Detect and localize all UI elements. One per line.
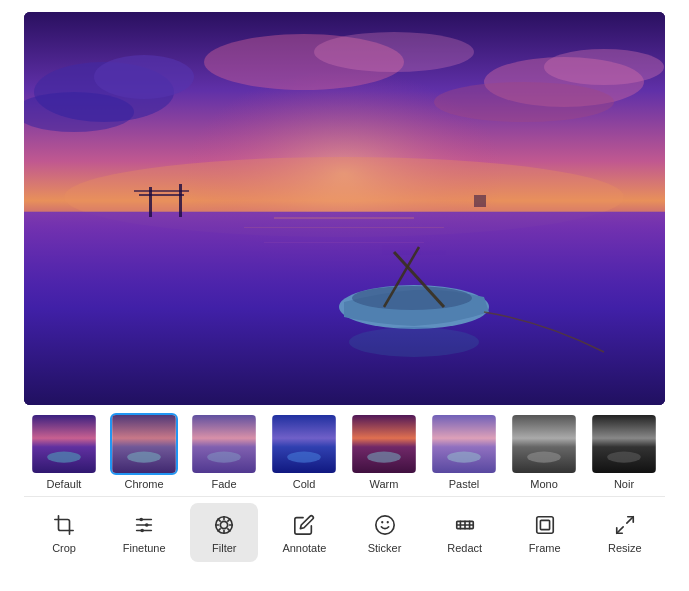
svg-rect-13 [274, 217, 414, 219]
filter-label-cold: Cold [293, 478, 316, 490]
filter-icon [210, 511, 238, 539]
svg-rect-26 [32, 415, 96, 473]
filter-item-fade[interactable]: Fade [184, 413, 264, 490]
filter-thumb-mono [510, 413, 578, 475]
main-image-canvas [24, 12, 665, 405]
filter-item-pastel[interactable]: Pastel [424, 413, 504, 490]
main-image-area [24, 12, 665, 405]
svg-line-60 [228, 519, 230, 521]
filter-thumb-pastel [430, 413, 498, 475]
svg-point-35 [367, 451, 401, 462]
filter-thumb-cold [270, 413, 338, 475]
svg-point-49 [140, 518, 144, 522]
toolbar-item-redact[interactable]: Redact [431, 503, 499, 562]
crop-label: Crop [52, 542, 76, 554]
svg-point-25 [349, 327, 479, 357]
app-container: Default Chrome [0, 0, 689, 591]
svg-rect-36 [432, 415, 496, 473]
svg-rect-20 [474, 195, 486, 207]
svg-rect-71 [540, 520, 549, 529]
svg-line-73 [617, 527, 623, 533]
toolbar-item-resize[interactable]: Resize [591, 503, 659, 562]
resize-label: Resize [608, 542, 642, 554]
svg-point-33 [287, 451, 321, 462]
svg-point-39 [527, 451, 561, 462]
toolbar-item-filter[interactable]: Filter [190, 503, 258, 562]
filter-label-pastel: Pastel [449, 478, 480, 490]
filter-label-warm: Warm [370, 478, 399, 490]
filter-label-fade: Fade [211, 478, 236, 490]
svg-line-58 [218, 519, 220, 521]
svg-point-37 [447, 451, 481, 462]
finetune-icon [130, 511, 158, 539]
filter-thumb-chrome [110, 413, 178, 475]
filter-thumb-default [30, 413, 98, 475]
filter-item-default[interactable]: Default [24, 413, 104, 490]
sticker-label: Sticker [368, 542, 402, 554]
svg-point-51 [140, 529, 144, 533]
toolbar-item-sticker[interactable]: Sticker [351, 503, 419, 562]
filter-item-mono[interactable]: Mono [504, 413, 584, 490]
svg-rect-32 [272, 415, 336, 473]
toolbar-item-finetune[interactable]: Finetune [110, 503, 178, 562]
filter-label-noir: Noir [614, 478, 634, 490]
svg-line-72 [627, 517, 633, 523]
svg-rect-30 [192, 415, 256, 473]
svg-point-29 [127, 451, 161, 462]
toolbar: Crop Finetune [24, 496, 665, 568]
crop-icon [50, 511, 78, 539]
svg-rect-28 [112, 415, 176, 473]
svg-rect-15 [264, 242, 424, 243]
svg-point-8 [434, 82, 614, 122]
frame-label: Frame [529, 542, 561, 554]
svg-rect-14 [244, 227, 444, 228]
redact-label: Redact [447, 542, 482, 554]
toolbar-item-frame[interactable]: Frame [511, 503, 579, 562]
filter-strip: Default Chrome [24, 413, 665, 490]
filter-label-mono: Mono [530, 478, 558, 490]
finetune-label: Finetune [123, 542, 166, 554]
svg-point-27 [47, 451, 81, 462]
svg-point-52 [221, 521, 228, 528]
svg-rect-38 [512, 415, 576, 473]
svg-rect-19 [134, 190, 189, 192]
filter-item-noir[interactable]: Noir [584, 413, 664, 490]
filter-item-cold[interactable]: Cold [264, 413, 344, 490]
svg-point-50 [145, 523, 149, 527]
svg-rect-34 [352, 415, 416, 473]
filter-label: Filter [212, 542, 236, 554]
svg-point-10 [314, 32, 474, 72]
svg-point-31 [207, 451, 241, 462]
svg-rect-17 [179, 184, 182, 217]
filter-thumb-warm [350, 413, 418, 475]
resize-icon [611, 511, 639, 539]
svg-point-7 [544, 49, 664, 85]
toolbar-item-annotate[interactable]: Annotate [270, 503, 338, 562]
sticker-icon [371, 511, 399, 539]
svg-point-41 [607, 451, 641, 462]
filter-item-chrome[interactable]: Chrome [104, 413, 184, 490]
filter-item-stark[interactable]: Stark [664, 413, 665, 490]
filter-thumb-noir [590, 413, 658, 475]
filter-thumb-fade [190, 413, 258, 475]
annotate-icon [290, 511, 318, 539]
filter-label-chrome: Chrome [124, 478, 163, 490]
svg-rect-70 [537, 517, 554, 534]
filter-item-warm[interactable]: Warm [344, 413, 424, 490]
filter-label-default: Default [47, 478, 82, 490]
toolbar-item-crop[interactable]: Crop [30, 503, 98, 562]
redact-icon [451, 511, 479, 539]
svg-rect-18 [139, 194, 184, 196]
svg-point-22 [352, 286, 472, 310]
annotate-label: Annotate [282, 542, 326, 554]
svg-line-61 [218, 529, 220, 531]
svg-point-62 [375, 516, 393, 534]
svg-line-59 [228, 529, 230, 531]
svg-point-4 [94, 55, 194, 99]
svg-rect-40 [592, 415, 656, 473]
frame-icon [531, 511, 559, 539]
